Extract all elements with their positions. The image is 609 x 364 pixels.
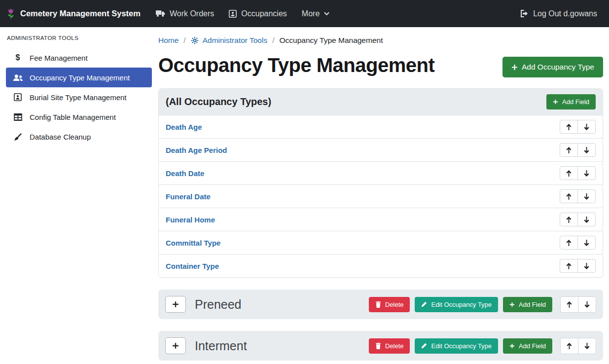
edit-occupancy-type-button[interactable]: Edit Occupancy Type — [415, 338, 498, 354]
breadcrumb-current: Occupancy Type Management — [280, 36, 383, 45]
nav-item-label: Occupancies — [241, 9, 287, 18]
sidebar-item-label: Database Cleanup — [30, 133, 91, 141]
field-link[interactable]: Death Age Period — [166, 146, 227, 154]
field-row: Death Age Period — [159, 138, 603, 161]
nav-item-occupancies[interactable]: Occupancies — [221, 9, 294, 18]
sidebar-item-burial-site-type-management[interactable]: Burial Site Type Management — [6, 87, 152, 107]
navbar-menu: Work Orders Occupancies More — [148, 9, 337, 18]
arrow-up-icon — [566, 170, 572, 177]
edit-label: Edit Occupancy Type — [431, 301, 492, 308]
move-down-button[interactable] — [577, 120, 596, 134]
reorder-group — [560, 120, 596, 134]
field-link[interactable]: Container Type — [166, 262, 219, 270]
move-down-button[interactable] — [577, 213, 596, 226]
users-icon — [12, 74, 24, 81]
move-up-button[interactable] — [560, 189, 578, 203]
arrow-up-icon — [567, 343, 572, 349]
field-row: Committal Type — [159, 231, 603, 254]
app-brand[interactable]: Cemetery Management System — [6, 8, 141, 20]
add-field-label: Add Field — [519, 301, 546, 308]
sidebar-item-occupancy-type-management[interactable]: Occupancy Type Management — [6, 68, 152, 87]
move-up-button[interactable] — [560, 213, 578, 226]
arrow-down-icon — [584, 147, 589, 153]
move-up-button[interactable] — [560, 259, 578, 273]
delete-button[interactable]: Delete — [369, 297, 410, 312]
person-frame-icon — [12, 93, 24, 101]
card-title: (All Occupancy Types) — [166, 96, 271, 108]
all-occupancy-types-card: (All Occupancy Types) Add Field Death Ag… — [158, 88, 603, 278]
trash-icon — [375, 301, 381, 308]
move-down-button[interactable] — [577, 236, 596, 250]
add-occupancy-type-label: Add Occupancy Type — [522, 63, 594, 72]
sidebar-item-label: Occupancy Type Management — [30, 73, 130, 82]
breadcrumb-separator: / — [183, 36, 185, 45]
move-up-button[interactable] — [560, 338, 578, 354]
add-field-button[interactable]: Add Field — [546, 94, 596, 109]
move-up-button[interactable] — [560, 166, 578, 180]
arrow-up-icon — [566, 263, 572, 269]
move-up-button[interactable] — [560, 296, 578, 313]
field-link[interactable]: Funeral Date — [166, 192, 211, 201]
table-icon — [12, 113, 24, 121]
pencil-icon — [421, 343, 427, 349]
occupancy-type-section-preneed: Preneed Delete Edit Occupancy Type Add F… — [158, 290, 603, 319]
plus-icon — [511, 64, 518, 71]
arrow-up-icon — [566, 240, 572, 246]
nav-item-work-orders[interactable]: Work Orders — [148, 9, 221, 18]
field-row: Container Type — [159, 254, 603, 277]
reorder-group — [560, 166, 596, 180]
occupancy-type-section-interment: Interment Delete Edit Occupancy Type Add… — [158, 331, 603, 361]
add-occupancy-type-button[interactable]: Add Occupancy Type — [502, 57, 603, 77]
reorder-group — [560, 236, 596, 250]
expand-section-button[interactable] — [165, 337, 186, 354]
arrow-up-icon — [567, 301, 572, 308]
move-down-button[interactable] — [577, 143, 596, 157]
add-field-button[interactable]: Add Field — [503, 338, 552, 354]
move-down-button[interactable] — [577, 259, 596, 273]
breadcrumb-home-link[interactable]: Home — [158, 36, 179, 45]
arrow-down-icon — [584, 240, 589, 246]
field-row: Death Age — [159, 115, 603, 138]
edit-occupancy-type-button[interactable]: Edit Occupancy Type — [415, 297, 498, 312]
move-down-button[interactable] — [577, 189, 596, 203]
add-field-button[interactable]: Add Field — [503, 297, 552, 312]
breadcrumb-section-label: Administrator Tools — [203, 36, 268, 45]
move-down-button[interactable] — [578, 296, 596, 313]
field-row: Death Date — [159, 161, 603, 184]
arrow-down-icon — [584, 301, 590, 308]
arrow-down-icon — [584, 343, 590, 349]
logout-label: Log Out d.gowans — [533, 9, 597, 18]
breadcrumb-admin-tools-link[interactable]: Administrator Tools — [191, 36, 268, 45]
delete-button[interactable]: Delete — [369, 338, 410, 354]
sidebar-section-header: ADMINISTRATOR TOOLS — [7, 35, 151, 41]
expand-section-button[interactable] — [165, 296, 186, 313]
field-link[interactable]: Funeral Home — [166, 216, 215, 224]
plus-icon — [553, 99, 558, 105]
reorder-group — [560, 296, 596, 313]
sidebar-item-database-cleanup[interactable]: Database Cleanup — [6, 127, 152, 146]
move-up-button[interactable] — [560, 236, 578, 250]
plus-icon — [509, 302, 515, 307]
arrow-up-icon — [566, 147, 572, 153]
app-title: Cemetery Management System — [20, 9, 141, 18]
edit-label: Edit Occupancy Type — [431, 342, 492, 350]
sidebar: ADMINISTRATOR TOOLS $ Fee Management Occ… — [0, 27, 158, 364]
truck-icon — [156, 10, 165, 17]
tulip-icon — [6, 8, 16, 20]
arrow-down-icon — [584, 193, 589, 200]
nav-item-more[interactable]: More — [294, 9, 337, 18]
sidebar-item-fee-management[interactable]: $ Fee Management — [6, 48, 152, 68]
move-down-button[interactable] — [578, 338, 596, 354]
field-link[interactable]: Death Age — [166, 123, 202, 131]
field-link[interactable]: Committal Type — [166, 239, 220, 247]
gear-icon — [191, 36, 199, 44]
move-up-button[interactable] — [560, 143, 578, 157]
move-up-button[interactable] — [560, 120, 578, 134]
move-down-button[interactable] — [577, 166, 596, 180]
logout-button[interactable]: Log Out d.gowans — [520, 9, 597, 18]
nav-item-label: More — [302, 9, 320, 18]
arrow-down-icon — [584, 263, 589, 269]
add-field-label: Add Field — [562, 98, 589, 106]
sidebar-item-config-table-management[interactable]: Config Table Management — [6, 107, 152, 127]
field-link[interactable]: Death Date — [166, 169, 204, 178]
